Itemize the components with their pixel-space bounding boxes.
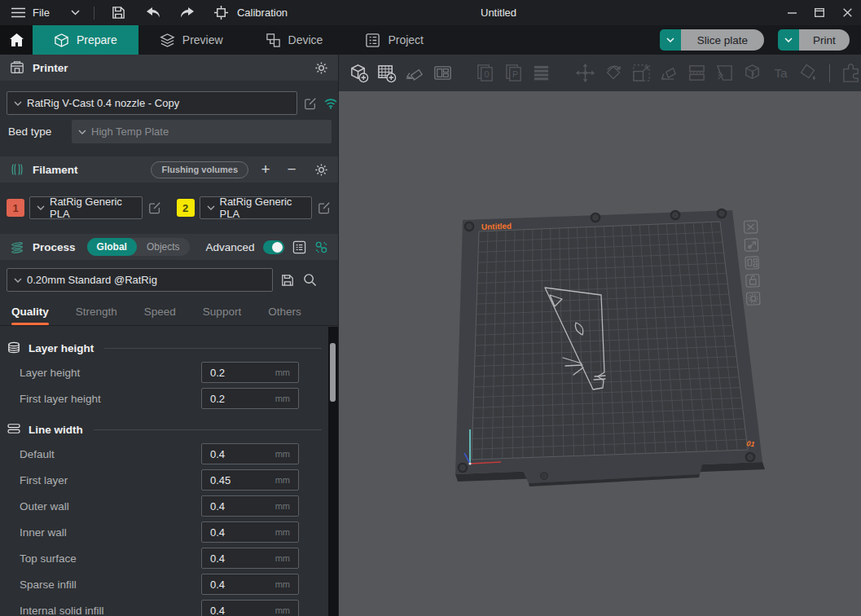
print-options-dropdown[interactable] [778, 29, 799, 51]
tab-preview[interactable]: Preview [138, 25, 244, 55]
split-to-objects-icon[interactable]: 0 [475, 63, 495, 84]
layer-height-section-header: Layer height [0, 333, 328, 359]
place-on-face-icon[interactable] [659, 63, 679, 84]
first-layer-line-width-input[interactable]: 0.45mm [201, 469, 299, 491]
file-menu-chevron-icon[interactable] [66, 3, 86, 23]
preview-icon [160, 33, 175, 48]
tab-support[interactable]: Support [203, 306, 241, 325]
plate-settings-gear-icon[interactable] [746, 293, 760, 306]
settings-scrollbar[interactable] [328, 327, 338, 616]
mesh-boolean-icon[interactable] [742, 63, 762, 84]
arrange-icon[interactable] [432, 63, 452, 84]
filament-spool-icon [10, 162, 24, 177]
calibration-menu[interactable]: Calibration [237, 7, 288, 19]
layer-height-input[interactable]: 0.2mm [201, 362, 299, 383]
outer-wall-line-width-input[interactable]: 0.4mm [201, 495, 299, 517]
first-layer-height-input[interactable]: 0.2mm [201, 388, 299, 409]
orient-plate-icon[interactable] [745, 239, 758, 252]
printer-connection-wifi-icon[interactable] [323, 96, 338, 111]
printer-section-header: Printer [0, 55, 338, 81]
viewport-3d[interactable]: Untitled 01 [338, 91, 861, 616]
tab-others[interactable]: Others [268, 306, 301, 325]
parameter-search-icon[interactable] [314, 240, 328, 254]
slice-plate-button[interactable]: Slice plate [681, 29, 764, 51]
redo-icon[interactable] [178, 3, 197, 23]
search-settings-icon[interactable] [302, 273, 317, 288]
top-surface-line-width-input[interactable]: 0.4mm [201, 548, 299, 569]
sparse-infill-line-width-input[interactable]: 0.4mm [201, 574, 299, 595]
scale-icon[interactable] [631, 63, 652, 84]
edit-filament-1-icon[interactable] [147, 200, 162, 215]
home-button[interactable] [0, 25, 33, 55]
scrollbar-thumb[interactable] [330, 343, 336, 402]
split-to-parts-icon[interactable]: P [503, 63, 523, 84]
menu-hamburger-icon[interactable] [8, 3, 28, 23]
options-list-icon[interactable] [292, 240, 306, 254]
chevron-down-icon [78, 130, 86, 134]
delete-plate-icon[interactable] [744, 221, 758, 234]
paint-support-icon[interactable] [714, 63, 735, 84]
default-line-width-input[interactable]: 0.4mm [201, 443, 299, 464]
add-object-icon[interactable] [349, 63, 369, 84]
sidebar: Printer RatRig V-Cast 0.4 nozzle - Copy [0, 55, 338, 616]
flushing-volumes-button[interactable]: Flushing volumes [151, 161, 248, 178]
inner-wall-line-width-input[interactable]: 0.4mm [201, 521, 299, 543]
bed-type-dropdown[interactable]: High Temp Plate [72, 120, 332, 143]
cut-icon[interactable] [687, 63, 707, 84]
auto-orient-icon[interactable] [404, 63, 424, 84]
filament-settings-gear-icon[interactable] [314, 162, 328, 177]
arrange-plate-icon[interactable] [745, 257, 759, 270]
slice-plate-combo: Slice plate [660, 29, 764, 51]
filament-1-badge[interactable]: 1 [7, 199, 24, 217]
close-button[interactable] [833, 0, 861, 25]
toolbar-separator [829, 64, 830, 82]
process-scope-toggle: Global Objects [87, 238, 190, 256]
advanced-label: Advanced [206, 241, 255, 253]
edit-filament-2-icon[interactable] [317, 200, 332, 215]
maximize-button[interactable] [806, 0, 833, 25]
svg-text:P: P [512, 69, 517, 79]
printer-settings-gear-icon[interactable] [314, 60, 328, 75]
plate-name-label[interactable]: Untitled [481, 222, 512, 231]
setting-row: Internal solid infill 0.4mm [0, 597, 328, 616]
calibration-icon[interactable] [212, 3, 231, 23]
lock-plate-icon[interactable] [746, 275, 760, 288]
variable-layer-height-icon[interactable] [531, 63, 551, 84]
advanced-toggle[interactable] [263, 240, 284, 254]
add-text-icon[interactable]: Ta [770, 63, 790, 84]
printer-preset-dropdown[interactable]: RatRig V-Cast 0.4 nozzle - Copy [7, 91, 297, 115]
rotate-icon[interactable] [604, 63, 624, 84]
add-plate-icon[interactable] [376, 63, 397, 84]
move-icon[interactable] [575, 63, 595, 84]
line-width-icon [7, 423, 21, 436]
edit-printer-preset-icon[interactable] [304, 96, 317, 111]
print-button[interactable]: Print [799, 29, 850, 51]
scope-objects-option[interactable]: Objects [137, 238, 190, 256]
minimize-button[interactable] [778, 0, 806, 25]
save-icon[interactable] [109, 3, 129, 23]
titlebar-divider [94, 7, 94, 20]
process-preset-dropdown[interactable]: 0.20mm Standard @RatRig [7, 268, 273, 292]
add-filament-button[interactable]: + [257, 161, 275, 178]
filament-2-badge[interactable]: 2 [177, 199, 195, 217]
tab-quality[interactable]: Quality [11, 306, 49, 325]
filament-2-preset-dropdown[interactable]: RatRig Generic PLA [200, 196, 313, 219]
internal-solid-infill-line-width-input[interactable]: 0.4mm [201, 600, 299, 616]
slice-options-dropdown[interactable] [660, 29, 681, 51]
scope-global-option[interactable]: Global [87, 238, 137, 256]
tab-prepare[interactable]: Prepare [33, 25, 138, 55]
tab-preview-label: Preview [182, 33, 223, 46]
filament-section-header: Filament Flushing volumes + − [0, 156, 338, 183]
undo-icon[interactable] [143, 3, 163, 23]
tab-device[interactable]: Device [244, 25, 345, 55]
file-menu[interactable]: File [33, 7, 50, 19]
printer-preset-value: RatRig V-Cast 0.4 nozzle - Copy [27, 97, 179, 109]
tab-strength[interactable]: Strength [76, 306, 117, 325]
assembly-view-icon[interactable] [841, 63, 861, 84]
color-paint-icon[interactable] [798, 63, 819, 84]
filament-1-preset-dropdown[interactable]: RatRig Generic PLA [29, 196, 143, 219]
tab-speed[interactable]: Speed [144, 306, 176, 325]
tab-project[interactable]: Project [344, 25, 445, 55]
remove-filament-button[interactable]: − [283, 161, 301, 178]
save-preset-icon[interactable] [280, 273, 295, 288]
